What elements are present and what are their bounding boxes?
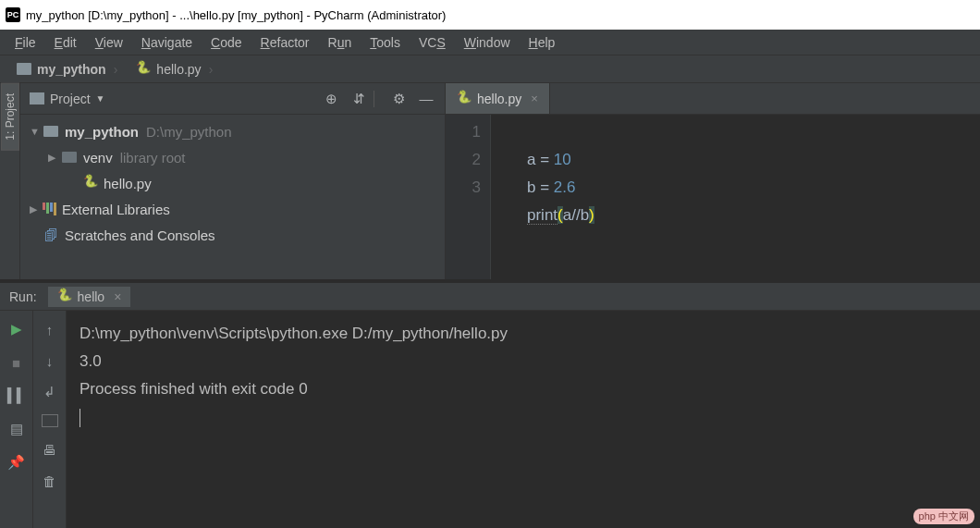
python-file-icon xyxy=(136,62,151,77)
scroll-to-end-icon[interactable] xyxy=(42,414,58,427)
python-file-icon xyxy=(83,176,98,190)
console-caret xyxy=(80,403,967,431)
chevron-right-icon: ▶ xyxy=(30,203,43,215)
folder-icon xyxy=(17,63,31,75)
console-line: 3.0 xyxy=(80,348,967,375)
menu-window[interactable]: Window xyxy=(455,35,520,50)
code-line: print(a//b) xyxy=(527,174,971,202)
tool-window-stripe-left: 1: Project xyxy=(0,83,20,279)
code-area[interactable]: a = 10 b = 2.6 print(a//b) xyxy=(518,115,980,279)
close-icon[interactable]: × xyxy=(531,92,538,105)
breadcrumb-file[interactable]: hello.py xyxy=(127,59,222,80)
library-icon xyxy=(43,203,56,215)
pin-icon[interactable]: 📌 xyxy=(7,453,26,472)
tree-root-name: my_python xyxy=(65,124,139,140)
stop-icon[interactable]: ■ xyxy=(7,353,26,372)
pause-icon[interactable]: ▍▍ xyxy=(7,387,26,405)
pycharm-logo-icon: PC xyxy=(6,7,20,22)
folder-icon xyxy=(62,152,77,163)
editor-body[interactable]: 1 2 3 a = 10 b = 2.6 print(a//b) xyxy=(446,115,980,279)
tree-external-label: External Libraries xyxy=(62,202,170,217)
project-pane-header: Project ▼ ⊕ ⇵ ⚙ — xyxy=(20,83,445,115)
breadcrumb-project-label: my_python xyxy=(37,62,106,77)
line-number: 3 xyxy=(446,174,481,202)
run-toolbar-primary: ▶ ■ ▍▍ ▤ 📌 xyxy=(0,311,33,528)
project-tool-tab[interactable]: 1: Project xyxy=(1,83,19,151)
editor-tabs: hello.py × xyxy=(446,83,980,115)
breadcrumb-project[interactable]: my_python xyxy=(7,59,127,80)
menu-help[interactable]: Help xyxy=(520,35,565,50)
editor-tab-hello[interactable]: hello.py × xyxy=(446,83,550,114)
gear-icon[interactable]: ⚙ xyxy=(389,90,408,108)
soft-wrap-icon[interactable]: ↲ xyxy=(41,383,59,401)
tree-root[interactable]: ▼ my_python D:\my_python xyxy=(20,118,445,144)
line-number: 2 xyxy=(446,146,481,174)
run-label: Run: xyxy=(9,289,37,304)
scratches-icon: 🗐 xyxy=(43,227,59,242)
tree-file-label: hello.py xyxy=(104,176,152,191)
hide-icon[interactable]: — xyxy=(417,90,435,108)
window-titlebar: PC my_python [D:\my_python] - ...\hello.… xyxy=(0,0,980,30)
chevron-down-icon: ▼ xyxy=(30,126,43,137)
menu-code[interactable]: Code xyxy=(202,35,251,50)
menu-refactor[interactable]: Refactor xyxy=(251,35,319,50)
tree-file[interactable]: hello.py xyxy=(20,170,445,196)
rerun-icon[interactable]: ▶ xyxy=(7,320,26,338)
locate-icon[interactable]: ⊕ xyxy=(322,90,340,108)
close-icon[interactable]: × xyxy=(114,289,121,304)
layout-icon[interactable]: ▤ xyxy=(7,420,26,438)
console-line: D:\my_python\venv\Scripts\python.exe D:/… xyxy=(80,320,967,348)
tree-root-path: D:\my_python xyxy=(146,124,232,140)
project-pane: Project ▼ ⊕ ⇵ ⚙ — ▼ my_python D:\my_pyth… xyxy=(20,83,446,279)
tree-venv-note: library root xyxy=(120,150,186,166)
chevron-down-icon: ▼ xyxy=(96,93,105,104)
run-toolbar-secondary: ↑ ↓ ↲ 🖶 🗑 xyxy=(33,311,67,528)
menu-navigate[interactable]: Navigate xyxy=(132,35,202,50)
tree-external-libraries[interactable]: ▶ External Libraries xyxy=(20,196,445,222)
tree-venv-name: venv xyxy=(83,150,113,166)
folder-icon xyxy=(30,92,44,104)
menu-run[interactable]: Run xyxy=(319,35,361,50)
python-file-icon xyxy=(457,92,472,106)
watermark: php 中文网 xyxy=(913,509,974,524)
line-number: 1 xyxy=(446,118,481,146)
project-pane-title-label: Project xyxy=(50,92,91,106)
python-file-icon xyxy=(57,289,72,304)
project-tree: ▼ my_python D:\my_python ▶ venv library … xyxy=(20,115,445,252)
up-icon[interactable]: ↑ xyxy=(41,320,59,338)
run-header: Run: hello × xyxy=(0,283,980,311)
code-line: b = 2.6 xyxy=(527,146,971,174)
run-tab-label: hello xyxy=(78,289,105,304)
run-tab-hello[interactable]: hello × xyxy=(48,287,131,307)
down-icon[interactable]: ↓ xyxy=(41,351,59,370)
code-margin xyxy=(490,115,518,279)
console-output[interactable]: D:\my_python\venv\Scripts\python.exe D:/… xyxy=(67,311,980,528)
project-pane-title[interactable]: Project ▼ xyxy=(30,92,104,106)
main-area: 1: Project Project ▼ ⊕ ⇵ ⚙ — ▼ my_python… xyxy=(0,83,980,279)
run-tool-window: Run: hello × ▶ ■ ▍▍ ▤ 📌 ↑ ↓ ↲ 🖶 🗑 D:\my_… xyxy=(0,279,980,528)
tree-scratches[interactable]: 🗐 Scratches and Consoles xyxy=(20,222,445,248)
menu-tools[interactable]: Tools xyxy=(361,35,410,50)
print-icon[interactable]: 🖶 xyxy=(41,440,59,459)
menu-edit[interactable]: Edit xyxy=(45,35,86,50)
editor-gutter: 1 2 3 xyxy=(446,115,490,279)
breadcrumb-file-label: hello.py xyxy=(156,62,201,77)
folder-icon xyxy=(43,126,58,137)
editor-tab-label: hello.py xyxy=(477,92,521,106)
run-body: ▶ ■ ▍▍ ▤ 📌 ↑ ↓ ↲ 🖶 🗑 D:\my_python\venv\S… xyxy=(0,311,980,528)
trash-icon[interactable]: 🗑 xyxy=(41,472,59,490)
console-line: Process finished with exit code 0 xyxy=(80,375,967,403)
separator xyxy=(374,91,374,107)
menu-file[interactable]: File xyxy=(6,35,45,50)
navigation-bar: my_python hello.py xyxy=(0,55,980,83)
menu-vcs[interactable]: VCS xyxy=(410,35,455,50)
collapse-all-icon[interactable]: ⇵ xyxy=(349,90,368,108)
main-menu: File Edit View Navigate Code Refactor Ru… xyxy=(0,30,980,55)
editor-pane: hello.py × 1 2 3 a = 10 b = 2.6 print(a/… xyxy=(446,83,980,279)
code-line: a = 10 xyxy=(527,118,971,146)
chevron-right-icon: ▶ xyxy=(48,152,61,164)
menu-view[interactable]: View xyxy=(86,35,132,50)
tree-scratches-label: Scratches and Consoles xyxy=(65,227,215,243)
window-title: my_python [D:\my_python] - ...\hello.py … xyxy=(26,8,446,22)
tree-venv[interactable]: ▶ venv library root xyxy=(20,144,445,170)
